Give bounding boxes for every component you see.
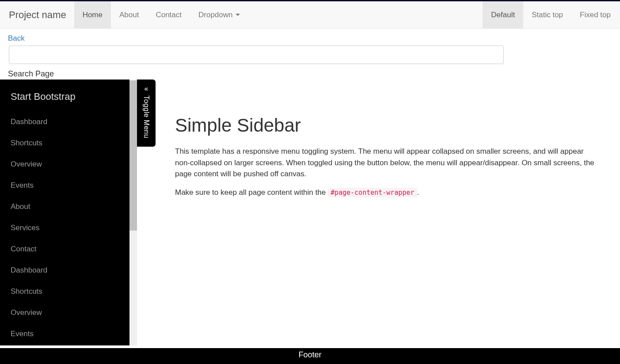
nav-static-top[interactable]: Static top [523,1,571,28]
navbar-brand[interactable]: Project name [1,1,74,28]
sidebar-item-overview-2[interactable]: Overview [0,302,129,323]
sidebar-item-shortcuts-2[interactable]: Shortcuts [0,281,129,302]
search-page-label: Search Page [0,68,620,79]
sidebar-item-events[interactable]: Events [0,175,129,196]
search-input[interactable] [9,46,504,64]
sidebar[interactable]: Start Bootstrap Dashboard Shortcuts Over… [0,80,129,345]
sidebar-item-overview[interactable]: Overview [0,154,129,175]
nav-contact[interactable]: Contact [147,1,190,28]
sidebar-item-contact[interactable]: Contact [0,239,129,260]
nav-default[interactable]: Default [483,1,523,28]
footer: Footer [0,348,620,364]
sidebar-item-about[interactable]: About [0,196,129,217]
page-content: Simple Sidebar This template has a respo… [137,80,620,345]
sidebar-scrollbar-thumb[interactable] [129,80,137,231]
navbar-left: Home About Contact Dropdown [74,1,248,28]
caret-down-icon [236,14,240,16]
page-title: Simple Sidebar [175,115,599,136]
nav-about[interactable]: About [111,1,147,28]
nav-fixed-top[interactable]: Fixed top [571,1,619,28]
nav-dropdown[interactable]: Dropdown [190,1,248,28]
top-navbar: Project name Home About Contact Dropdown… [0,1,620,29]
content-paragraph-1: This template has a responsive menu togg… [175,146,599,180]
sidebar-item-dashboard-2[interactable]: Dashboard [0,260,129,281]
sidebar-item-services[interactable]: Services [0,217,129,239]
sidebar-list: Dashboard Shortcuts Overview Events Abou… [0,111,129,345]
nav-home[interactable]: Home [74,1,111,28]
back-link[interactable]: Back [8,34,25,42]
sidebar-item-dashboard[interactable]: Dashboard [0,111,129,133]
sidebar-item-shortcuts[interactable]: Shortcuts [0,133,129,154]
sidebar-brand[interactable]: Start Bootstrap [0,80,129,111]
sidebar-item-events-2[interactable]: Events [0,323,129,345]
code-snippet: #page-content-wrapper [328,188,417,197]
toggle-menu-button[interactable]: « Toggle Menu [137,80,156,147]
content-paragraph-2: Make sure to keep all page content withi… [175,187,599,198]
toggle-menu-label: Toggle Menu [142,95,150,138]
chevron-double-left-icon: « [145,85,148,93]
navbar-right: Default Static top Fixed top [483,1,619,28]
